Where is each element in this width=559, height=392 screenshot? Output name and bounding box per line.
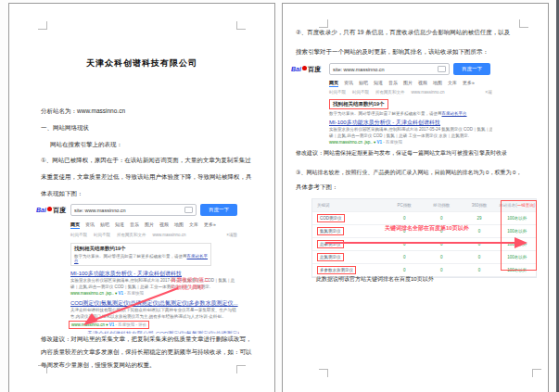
margin-corner-mark (319, 369, 328, 377)
baidu-tab-bar: 网页 资讯 贴吧 知道 音乐 图片 视频 地图 文库 更多» (329, 80, 475, 87)
col-header-360-index: 360指数 (461, 203, 499, 208)
search-input[interactable]: site: www.massinno.cn (329, 63, 450, 75)
keyword-ranking-table: 关键词 PC指数 移动指数 360指数 本站排名(一键查询) COD测定仪 0 … (311, 198, 537, 278)
webmaster-platform-link[interactable]: 百度站长平台 (442, 111, 467, 116)
col-header-pc-index: PC指数 (386, 203, 423, 208)
partial-result-link[interactable]: 天津众科创谱科技有限公司-COD测定仪|氨氮测定仪|总磷测定仪.. (87, 330, 239, 334)
col-header-keyword: 关键词 (312, 203, 386, 208)
sub-heading: 网站在搜索引擎上的表现： (50, 141, 122, 149)
tool-clear[interactable]: ×清除 (485, 90, 492, 95)
paragraph-line: 搜索引擎对于一个网站的及时更新，影响其排名，该站收录如下图所示： (296, 48, 489, 57)
keyword-redboxed: COD测定仪 (317, 214, 345, 222)
baidu-logo: Bai百度 (291, 65, 321, 74)
search-result-title[interactable]: MI-100多功能水质分析仪 - 天津众科创谱科技 (70, 270, 182, 278)
table-conclusion-line: 此数据说明该官方站关键词排名在百度10页以外 (316, 275, 434, 284)
col-header-site-rank: 本站排名(一键查询) (498, 203, 536, 208)
margin-corner-mark (319, 19, 328, 28)
table-row: 总氮测定仪 0 0 0 100名以外 (312, 251, 536, 264)
search-result-desc: 实验室水质分析仪园区采购清单,控制和调试方法 2017-05-24 氨氮测定仪 … (329, 127, 492, 132)
tab-zhidao[interactable]: 知道 (374, 80, 383, 87)
tool-clear[interactable]: ×清除 (226, 233, 237, 237)
section-heading: 一、网站网络现状 (41, 124, 89, 133)
tool-filetype-filter[interactable]: 所有网页和文件 (117, 233, 146, 237)
tool-site-filter[interactable]: www.massinno.cn (412, 90, 445, 95)
tab-wenku[interactable]: 文库 (189, 221, 198, 229)
result-count-note: 数字为估算值。网站管理员如需了解更多精确索引量，请使用百度站长平台 (74, 254, 208, 263)
margin-corner-mark (236, 365, 246, 373)
tab-wenku[interactable]: 文库 (448, 80, 457, 87)
search-tools-bar: 时间不限 时间不限 所有网页和文件 www.massinno.cn ×清除 (329, 90, 492, 95)
tab-more[interactable]: 更多» (204, 221, 216, 229)
tab-news[interactable]: 资讯 (85, 221, 95, 229)
tab-image[interactable]: 图片 (403, 80, 413, 87)
document-page-1: 天津众科创谱科技有限公司 分析站名为：www.massinno.cn 一、网站网… (8, 3, 275, 392)
result-count-note: 数字为估算值。网站管理员如需了解更多精确索引量，请使用百度站长平台 (329, 111, 467, 116)
tab-music[interactable]: 音乐 (388, 80, 398, 87)
baidu-screenshot-2: Bai百度 site: www.massinno.cn 百度一下 网页 资讯 贴… (290, 61, 492, 146)
keyword-redboxed: 多参数水质测定仪 (317, 266, 356, 274)
tool-time-filter[interactable]: 时间不限 (70, 233, 87, 237)
table-header-row: 关键词 PC指数 移动指数 360指数 本站排名(一键查询) (312, 199, 536, 212)
tab-zhidao[interactable]: 知道 (115, 221, 124, 229)
result-count-title: 找到相关结果数约19个 (74, 246, 208, 252)
baidu-logo: Bai百度 (36, 206, 66, 215)
paragraph-line: ①、网站已被降权，原因在于：在该站新闻咨询页面，大量的文章为复制采集过 (41, 157, 251, 165)
baidu-screenshot-1: Bai百度 site: www.massinno.cn 百度一下 网页 资讯 贴… (35, 202, 239, 334)
advice-line: 修改建议：对网站里的采集文章，把复制采集来的低质量文章进行删除或改写， (41, 335, 252, 344)
tool-time-filter[interactable]: 时间不限 (94, 233, 110, 237)
baidu-cache-link[interactable]: - 百度快照 (383, 140, 402, 145)
result-count-box: 找到相关结果数约19个 数字为估算值。网站管理员如需了解更多精确索引量，请使用百… (70, 243, 211, 266)
keyword-redboxed: 总氮测定仪 (317, 253, 344, 261)
tab-video[interactable]: 视频 (159, 221, 169, 229)
baidu-paw-icon (302, 66, 307, 70)
v1-badge: V1 (377, 140, 383, 145)
tool-time-filter[interactable]: 时间不限 (329, 90, 346, 95)
tab-image[interactable]: 图片 (145, 221, 154, 229)
tab-web[interactable]: 网页 (329, 80, 338, 87)
tab-music[interactable]: 音乐 (130, 221, 139, 229)
page-title: 天津众科创谱科技有限公司 (9, 57, 274, 70)
paragraph-line: ③、网站排名较差，按照行业、产品类的词汇录入网站，目前网站的排名均为 0，权重为… (296, 169, 521, 177)
tab-web[interactable]: 网页 (70, 221, 80, 229)
table-red-annotation: 关键词排名全部在百度第10页以外 (385, 224, 469, 233)
col-header-mobile-index: 移动指数 (423, 203, 461, 208)
tab-more[interactable]: 更多» (463, 80, 475, 87)
document-preview-canvas: 天津众科创谱科技有限公司 分析站名为：www.massinno.cn 一、网站网… (0, 0, 559, 392)
result-count-redboxed: 找到相关结果数约19个 (329, 99, 388, 109)
search-result-url: www.massinno.cn .jsp.. ▾ V1 - 百度快照 (329, 140, 402, 145)
camera-icon[interactable] (438, 66, 446, 72)
baidu-search-button[interactable]: 百度一下 (453, 63, 490, 75)
tool-time-filter[interactable]: 时间不限 (352, 90, 369, 95)
paragraph-line: 体表现如下图： (41, 190, 83, 198)
red-arrow-annotation (82, 285, 184, 328)
search-result-title[interactable]: MI-100多功能水质分析仪 - 天津众科创谱科技 (329, 119, 440, 127)
baidu-tab-bar: 网页 资讯 贴吧 知道 音乐 图片 视频 地图 文库 更多» (70, 221, 216, 229)
red-arrow-horizontal (324, 237, 529, 248)
paragraph-line: ②、百度收录少，只有 19 条信息，百度收录信息少会影响网站的被信任度，以及 (296, 29, 510, 37)
paragraph-line: 来重复使用，文章质量差过低，导致该站用户体验度下降，导致网站被降权，具 (41, 173, 252, 182)
keyword-redboxed: 氨氮测定仪 (317, 227, 344, 235)
camera-icon[interactable] (184, 207, 193, 213)
tab-tieba[interactable]: 贴吧 (359, 80, 368, 87)
table-row: COD测定仪 0 0 29 100名以外 (312, 212, 536, 225)
baidu-search-button[interactable]: 百度一下 (200, 204, 237, 216)
tab-news[interactable]: 资讯 (344, 80, 353, 87)
margin-corner-mark (519, 19, 528, 28)
margin-corner-mark (532, 369, 541, 377)
tool-filetype-filter[interactable]: 所有网页和文件 (375, 90, 405, 95)
search-input[interactable]: site: www.massinno.cn (70, 204, 197, 216)
advice-line: 内容质量较差的文章多发原创，保持长期稳定的更新频率与持续收录，如：可以 (41, 348, 252, 357)
tab-video[interactable]: 视频 (418, 80, 427, 87)
margin-corner-mark (38, 21, 47, 30)
tool-site-filter[interactable]: www.massinno.cn (153, 233, 186, 237)
margin-corner-mark (236, 21, 246, 30)
search-result-desc: 实验室水质分析仪园区采购清单,控制和调试方法 2017-05-24 氨氮测定仪 … (70, 278, 235, 283)
tab-map[interactable]: 地图 (174, 221, 184, 229)
analyzed-site-line: 分析站名为：www.massinno.cn (41, 107, 125, 116)
tab-map[interactable]: 地图 (433, 80, 442, 87)
document-page-2: ②、百度收录少，只有 19 条信息，百度收录信息少会影响网站的被信任度，以及 搜… (282, 3, 549, 392)
baidu-paw-icon (47, 207, 52, 211)
search-tools-bar: 时间不限 时间不限 所有网页和文件 www.massinno.cn ×清除 (70, 233, 237, 237)
tab-tieba[interactable]: 贴吧 (100, 221, 109, 229)
paragraph-line: 具体参考下图： (296, 183, 338, 192)
